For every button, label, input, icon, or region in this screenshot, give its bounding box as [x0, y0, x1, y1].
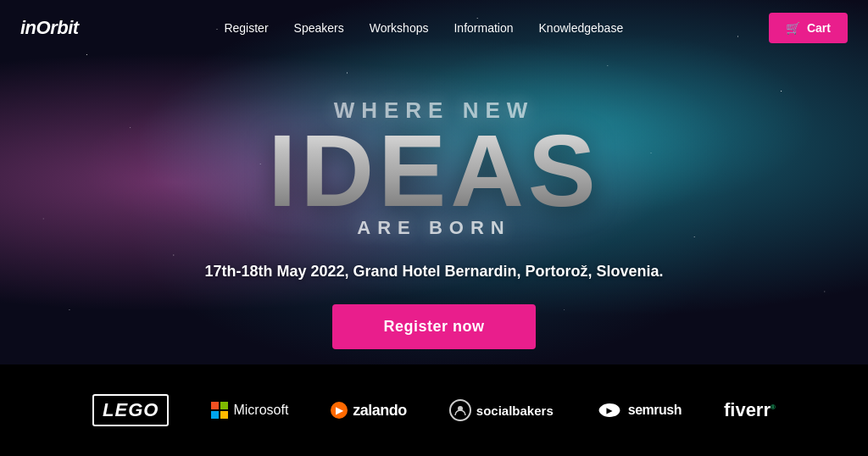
ms-square-green — [220, 402, 228, 409]
ms-square-red — [211, 402, 219, 409]
nav-register[interactable]: Register — [224, 21, 268, 35]
hero-content: WHERE NEW IDEAS ARE BORN 17th-18th May 2… — [0, 55, 868, 349]
nav-speakers[interactable]: Speakers — [294, 21, 344, 35]
cart-button[interactable]: 🛒 Cart — [769, 13, 848, 43]
ms-square-yellow — [220, 411, 228, 419]
nav-information[interactable]: Information — [453, 21, 513, 35]
sponsor-socialbakers: socialbakers — [449, 399, 554, 421]
main-nav: Register Speakers Workshops Information … — [224, 21, 623, 35]
zalando-logo-text: zalando — [353, 402, 407, 420]
sponsor-microsoft: Microsoft — [211, 402, 288, 419]
socialbakers-logo-text: socialbakers — [476, 403, 554, 418]
socialbakers-icon — [449, 399, 471, 421]
hero-line2: IDEAS — [268, 120, 600, 221]
microsoft-grid-icon — [211, 402, 228, 419]
cart-label: Cart — [807, 21, 831, 35]
sponsor-lego: LEGO — [92, 394, 169, 426]
sponsor-semrush: semrush — [596, 402, 682, 419]
header: inOrbit Register Speakers Workshops Info… — [0, 0, 868, 55]
fiverr-logo-text: fiverr® — [724, 399, 776, 421]
semrush-logo-text: semrush — [628, 403, 682, 418]
event-date: 17th-18th May 2022, Grand Hotel Bernardi… — [204, 263, 663, 281]
logo[interactable]: inOrbit — [20, 17, 79, 39]
zalando-play-icon: ▶ — [331, 402, 348, 419]
cart-icon: 🛒 — [786, 21, 800, 35]
microsoft-logo-text: Microsoft — [233, 403, 288, 418]
fiverr-registered-mark: ® — [771, 403, 776, 411]
sponsor-zalando: ▶ zalando — [331, 402, 407, 420]
ms-square-blue — [211, 411, 219, 419]
sponsor-fiverr: fiverr® — [724, 399, 776, 421]
semrush-icon — [596, 402, 623, 419]
lego-logo: LEGO — [92, 394, 169, 426]
register-now-button[interactable]: Register now — [332, 304, 535, 349]
sponsors-section: LEGO Microsoft ▶ zalando socialbakers — [0, 364, 868, 456]
nav-knowledgebase[interactable]: Knowledgebase — [539, 21, 624, 35]
nav-workshops[interactable]: Workshops — [370, 21, 429, 35]
